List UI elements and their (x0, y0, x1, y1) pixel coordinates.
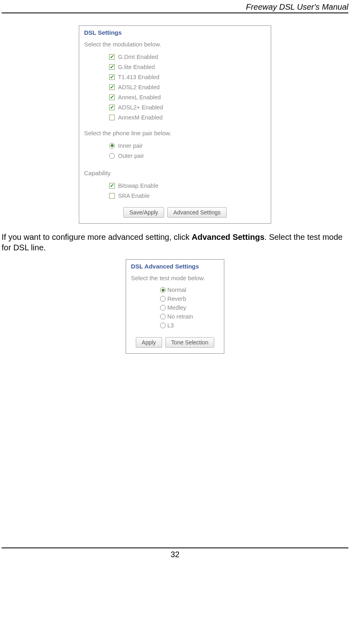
checkbox-row: T1.413 Enabled (109, 72, 266, 82)
checkbox-label: AnnexM Enabled (118, 114, 162, 121)
checkbox-row: SRA Enable (109, 191, 266, 201)
radio-icon[interactable] (160, 296, 166, 302)
checkbox-row: AnnexL Enabled (109, 92, 266, 102)
checkbox-icon[interactable] (109, 64, 115, 70)
checkbox-row: G.Dmt Enabled (109, 52, 266, 62)
checkbox-label: SRA Enable (118, 193, 150, 199)
checkbox-row: AnnexM Enabled (109, 112, 266, 122)
pair-list: Inner pairOuter pair (109, 141, 266, 161)
checkbox-label: ADSL2+ Enabled (118, 104, 163, 111)
checkbox-row: ADSL2 Enabled (109, 82, 266, 92)
checkbox-label: T1.413 Enabled (118, 74, 159, 80)
pair-prompt: Select the phone line pair below. (84, 130, 266, 136)
checkbox-label: AnnexL Enabled (118, 94, 161, 101)
dsl-settings-title: DSL Settings (84, 29, 266, 36)
checkbox-icon[interactable] (109, 183, 115, 189)
checkbox-icon[interactable] (109, 54, 115, 60)
page-number: 32 (2, 548, 348, 559)
checkbox-row: ADSL2+ Enabled (109, 102, 266, 112)
radio-row: Reverb (160, 294, 219, 303)
checkbox-label: ADSL2 Enabled (118, 84, 160, 90)
capability-prompt: Capability (84, 170, 266, 176)
radio-label: Reverb (167, 296, 186, 302)
radio-icon[interactable] (160, 314, 166, 319)
checkbox-row: G.lite Enabled (109, 62, 266, 72)
checkbox-label: G.lite Enabled (118, 64, 155, 70)
save-apply-button[interactable]: Save/Apply (123, 207, 164, 218)
checkbox-label: G.Dmt Enabled (118, 54, 158, 60)
radio-label: Inner pair (118, 143, 143, 149)
radio-icon[interactable] (109, 143, 115, 149)
checkbox-icon[interactable] (109, 74, 115, 80)
capability-list: Bitswap EnableSRA Enable (109, 180, 266, 201)
dsl-advanced-panel: DSL Advanced Settings Select the test mo… (126, 259, 224, 354)
radio-label: Outer pair (118, 153, 144, 159)
radio-label: No retrain (167, 313, 193, 320)
dsl-advanced-title: DSL Advanced Settings (131, 263, 219, 270)
tone-selection-button[interactable]: Tone Selection (165, 337, 215, 348)
radio-icon[interactable] (109, 153, 115, 159)
test-mode-prompt: Select the test mode below. (131, 275, 219, 281)
dsl-settings-panel: DSL Settings Select the modulation below… (79, 25, 271, 224)
radio-row: L3 (160, 321, 219, 330)
radio-icon[interactable] (160, 305, 166, 310)
checkbox-icon[interactable] (109, 193, 115, 199)
checkbox-icon[interactable] (109, 94, 115, 100)
radio-label: Normal (167, 287, 186, 293)
advanced-settings-button[interactable]: Advanced Settings (167, 207, 227, 218)
checkbox-icon[interactable] (109, 105, 115, 110)
checkbox-icon[interactable] (109, 115, 115, 120)
radio-row: Medley (160, 303, 219, 312)
radio-icon[interactable] (160, 287, 166, 293)
test-mode-list: NormalReverbMedleyNo retrainL3 (160, 285, 219, 330)
radio-label: Medley (167, 304, 186, 311)
instruction-text: If you want to configure more advanced s… (2, 232, 348, 253)
radio-row: No retrain (160, 312, 219, 321)
checkbox-icon[interactable] (109, 84, 115, 90)
instruction-part1: If you want to configure more advanced s… (2, 233, 192, 241)
radio-label: L3 (167, 322, 174, 329)
modulation-list: G.Dmt EnabledG.lite EnabledT1.413 Enable… (109, 52, 266, 122)
manual-title: Freeway DSL User's Manual (246, 2, 348, 11)
radio-row: Inner pair (109, 141, 266, 151)
apply-button[interactable]: Apply (136, 337, 162, 348)
radio-row: Outer pair (109, 151, 266, 161)
instruction-bold: Advanced Settings (192, 233, 264, 241)
radio-icon[interactable] (160, 323, 166, 328)
page-header: Freeway DSL User's Manual (2, 0, 348, 13)
modulation-prompt: Select the modulation below. (84, 41, 266, 48)
radio-row: Normal (160, 285, 219, 294)
checkbox-label: Bitswap Enable (118, 183, 158, 189)
checkbox-row: Bitswap Enable (109, 180, 266, 191)
